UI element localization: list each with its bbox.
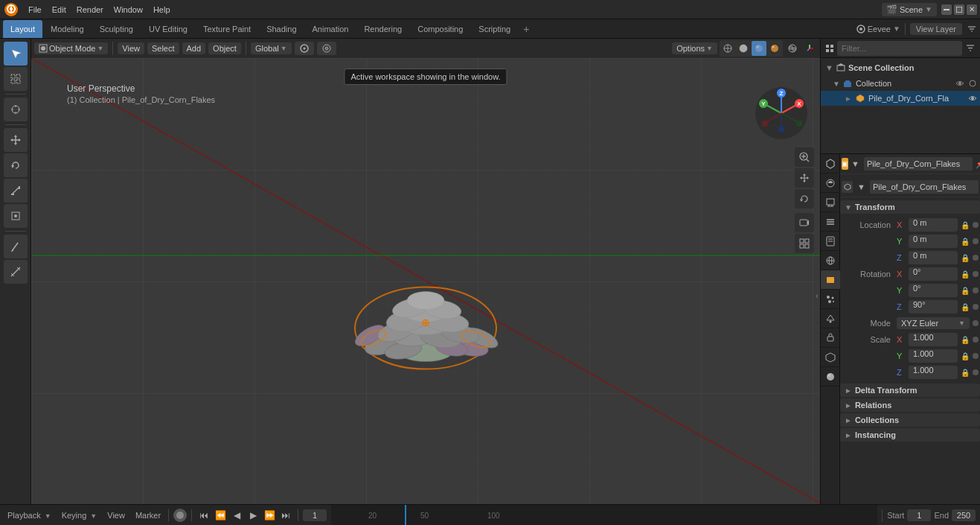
viewport-canvas[interactable]: User Perspective (1) Collection | Pile_o… bbox=[31, 58, 820, 504]
location-z-input[interactable]: 0 m bbox=[909, 251, 958, 264]
location-x-dot[interactable] bbox=[973, 222, 979, 228]
transform-title[interactable]: ▼ Transform bbox=[840, 200, 980, 214]
measure-tool-btn[interactable] bbox=[4, 260, 28, 284]
mode-selector[interactable]: Object Mode ▼ bbox=[34, 42, 108, 54]
scale-x-input[interactable]: 1.000 bbox=[909, 333, 958, 346]
instancing-title[interactable]: ► Instancing bbox=[840, 428, 980, 442]
scale-y-input[interactable]: 1.000 bbox=[909, 349, 958, 363]
rotation-x-input[interactable]: 0° bbox=[909, 267, 958, 281]
prop-tab-object[interactable] bbox=[821, 270, 840, 290]
scale-z-input[interactable]: 1.000 bbox=[909, 366, 958, 379]
move-tool-btn[interactable] bbox=[4, 128, 28, 152]
rotation-y-dot[interactable] bbox=[973, 287, 979, 293]
scale-y-lock[interactable]: 🔒 bbox=[961, 352, 970, 360]
object-visibility-icon[interactable] bbox=[968, 94, 977, 103]
box-select-btn[interactable] bbox=[4, 67, 28, 91]
location-y-input[interactable]: 0 m bbox=[909, 235, 958, 248]
object-menu-btn[interactable]: Object bbox=[208, 42, 241, 54]
object-row[interactable]: ► Pile_of_Dry_Corn_Fla bbox=[821, 91, 980, 106]
prop-tab-render[interactable] bbox=[821, 174, 840, 193]
menu-window[interactable]: Window bbox=[109, 4, 147, 16]
delta-transform-title[interactable]: ► Delta Transform bbox=[840, 384, 980, 397]
keying-btn[interactable]: Keying ▼ bbox=[59, 509, 100, 521]
relations-title[interactable]: ► Relations bbox=[840, 398, 980, 412]
material-preview-btn[interactable] bbox=[752, 41, 766, 56]
outliner-search[interactable] bbox=[837, 41, 962, 56]
data-name-input[interactable] bbox=[870, 180, 979, 194]
prop-tab-output[interactable] bbox=[821, 193, 840, 212]
tab-shading[interactable]: Shading bbox=[259, 20, 304, 38]
scale-x-lock[interactable]: 🔒 bbox=[961, 336, 970, 344]
start-frame[interactable]: 1 bbox=[907, 509, 931, 521]
grid-btn[interactable] bbox=[795, 234, 814, 253]
rotate-tool-btn[interactable] bbox=[4, 153, 28, 177]
prop-tab-particles[interactable] bbox=[821, 290, 840, 309]
rotation-z-input[interactable]: 90° bbox=[909, 300, 958, 314]
scale-z-dot[interactable] bbox=[973, 369, 979, 375]
collection-row[interactable]: ▼ Collection bbox=[821, 76, 980, 91]
outliner-filter-icon[interactable] bbox=[965, 43, 976, 54]
location-z-dot[interactable] bbox=[973, 255, 979, 261]
prop-tab-scene[interactable] bbox=[821, 154, 840, 174]
tab-modeling[interactable]: Modeling bbox=[43, 20, 92, 38]
rotation-y-input[interactable]: 0° bbox=[909, 284, 958, 297]
options-btn[interactable]: Options ▼ bbox=[672, 42, 717, 54]
step-back-btn[interactable]: ⏪ bbox=[213, 508, 228, 523]
panel-collapse-btn[interactable]: ‹ bbox=[814, 281, 820, 311]
view-menu-btn[interactable]: View bbox=[118, 42, 144, 54]
filter-btn[interactable] bbox=[967, 24, 977, 34]
pin-icon[interactable]: 📌 bbox=[976, 159, 980, 169]
pan-btn[interactable] bbox=[795, 168, 814, 188]
playback-btn[interactable]: Playback ▼ bbox=[4, 509, 54, 521]
jump-start-btn[interactable]: ⏮ bbox=[196, 508, 211, 523]
engine-selector[interactable]: Eevee ▼ bbox=[856, 25, 900, 34]
jump-end-btn[interactable]: ⏭ bbox=[278, 508, 293, 523]
current-frame[interactable]: 1 bbox=[303, 509, 327, 521]
prop-tab-scene2[interactable] bbox=[821, 232, 840, 251]
add-menu-btn[interactable]: Add bbox=[182, 42, 206, 54]
timeline-scroll[interactable]: 20 50 100 150 200 250 300 350 bbox=[331, 505, 877, 525]
scale-y-dot[interactable] bbox=[973, 353, 979, 359]
scale-z-lock[interactable]: 🔒 bbox=[961, 369, 970, 377]
hide-icon[interactable] bbox=[968, 79, 977, 88]
rotation-x-lock[interactable]: 🔒 bbox=[961, 270, 970, 279]
cursor-tool-btn[interactable] bbox=[4, 98, 28, 121]
tab-layout[interactable]: Layout bbox=[3, 20, 42, 38]
solid-btn[interactable] bbox=[736, 41, 751, 56]
timeline-view-btn[interactable]: View bbox=[104, 509, 128, 521]
view-layer-selector[interactable]: View Layer bbox=[910, 23, 962, 35]
rotation-z-dot[interactable] bbox=[973, 304, 979, 310]
scale-tool-btn[interactable] bbox=[4, 179, 28, 203]
annotate-tool-btn[interactable] bbox=[4, 235, 28, 258]
visibility-icon[interactable] bbox=[955, 79, 964, 88]
close-btn[interactable]: ✕ bbox=[967, 4, 977, 15]
global-selector[interactable]: Global ▼ bbox=[251, 42, 292, 54]
collections-title[interactable]: ► Collections bbox=[840, 413, 980, 427]
tab-compositing[interactable]: Compositing bbox=[410, 20, 470, 38]
minimize-btn[interactable] bbox=[941, 4, 952, 15]
tab-sculpting[interactable]: Sculpting bbox=[92, 20, 141, 38]
location-y-lock[interactable]: 🔒 bbox=[961, 238, 970, 246]
prop-tab-physics[interactable] bbox=[821, 309, 840, 328]
rotation-x-dot[interactable] bbox=[973, 271, 979, 277]
location-z-lock[interactable]: 🔒 bbox=[961, 254, 970, 262]
scale-x-dot[interactable] bbox=[973, 337, 979, 343]
menu-help[interactable]: Help bbox=[149, 4, 175, 16]
select-tool-btn[interactable] bbox=[4, 42, 28, 66]
end-frame[interactable]: 250 bbox=[952, 509, 976, 521]
tab-texture-paint[interactable]: Texture Paint bbox=[196, 20, 258, 38]
tab-uv-editing[interactable]: UV Editing bbox=[141, 20, 195, 38]
menu-file[interactable]: File bbox=[24, 4, 46, 16]
menu-render[interactable]: Render bbox=[72, 4, 108, 16]
camera-btn[interactable] bbox=[795, 213, 814, 232]
prop-tab-world[interactable] bbox=[821, 251, 840, 270]
keyframe-btn[interactable] bbox=[173, 509, 187, 522]
location-y-dot[interactable] bbox=[973, 238, 979, 244]
select-menu-btn[interactable]: Select bbox=[147, 42, 179, 54]
menu-edit[interactable]: Edit bbox=[48, 4, 71, 16]
marker-btn[interactable]: Marker bbox=[132, 509, 164, 521]
axis-gizmo[interactable]: Z X Y bbox=[752, 83, 811, 143]
play-reverse-btn[interactable]: ◀ bbox=[229, 508, 244, 523]
proportional-btn[interactable] bbox=[317, 42, 336, 55]
gizmo-btn[interactable] bbox=[802, 41, 817, 56]
